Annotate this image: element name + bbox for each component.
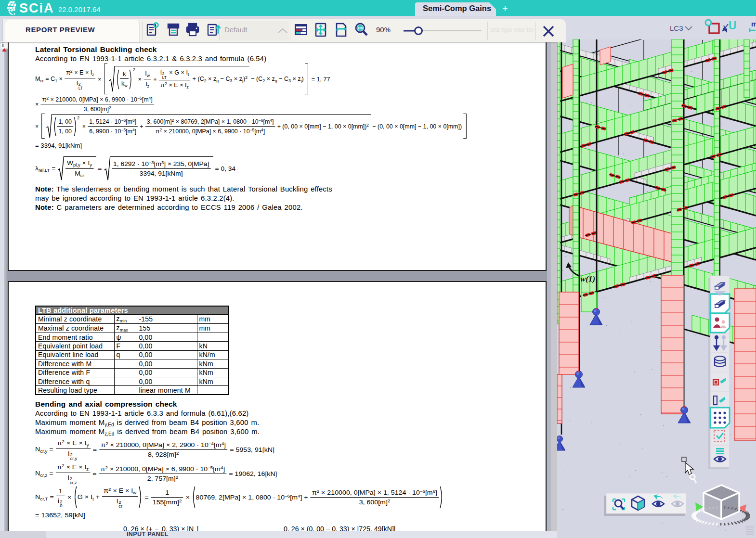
svg-text:w(1): w(1) — [580, 274, 595, 283]
svg-text:U: U — [729, 19, 737, 32]
svg-text:LC3: LC3 — [670, 24, 683, 32]
svg-text:100: 100 — [358, 26, 363, 30]
svg-text:m: m — [751, 20, 756, 28]
